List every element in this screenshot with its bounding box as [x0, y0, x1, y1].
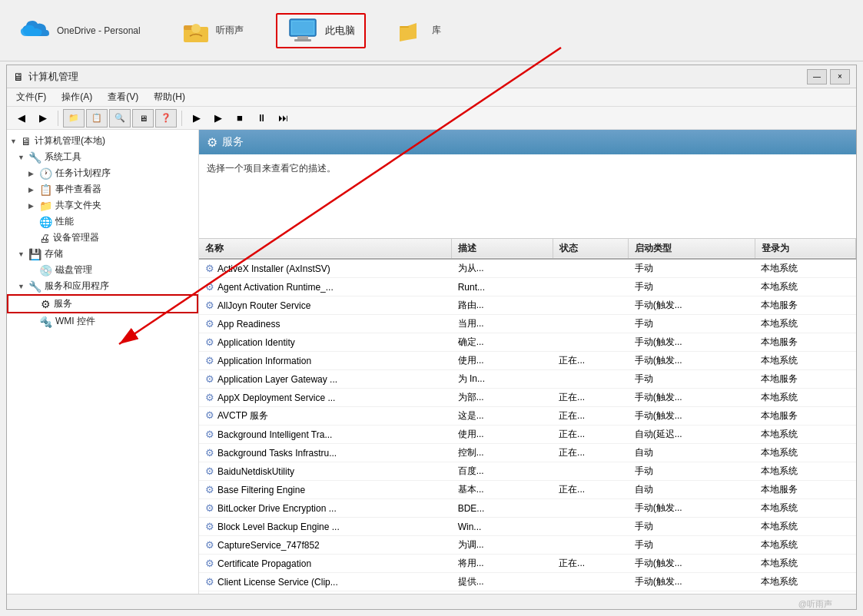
table-row[interactable]: ⚙AllJoyn Router Service 路由... 手动(触发... 本…: [199, 296, 856, 315]
table-row[interactable]: ⚙CaptureService_747f852 为调... 手动 本地系统: [199, 536, 856, 555]
toolbar-btn-4[interactable]: 🖥: [132, 109, 154, 128]
table-row[interactable]: ⚙Background Intelligent Tra... 使用... 正在.…: [199, 426, 856, 444]
play2-button[interactable]: ▶: [208, 109, 228, 128]
sidebar-system-tools[interactable]: ▼ 🔧 系统工具: [7, 149, 198, 165]
table-row[interactable]: ⚙Client License Service (Clip... 提供... 手…: [199, 573, 856, 591]
toolbar-btn-1[interactable]: 📁: [63, 109, 85, 128]
menu-file[interactable]: 文件(F): [12, 89, 51, 105]
toolbar-btn-3[interactable]: 🔍: [109, 109, 131, 128]
gear-icon: ⚙: [205, 429, 214, 440]
skip-button[interactable]: ⏭: [273, 109, 293, 128]
service-startup: 自动: [629, 444, 755, 462]
menu-bar: 文件(F) 操作(A) 查看(V) 帮助(H): [7, 88, 856, 107]
gear-icon: ⚙: [205, 576, 214, 588]
sidebar-performance[interactable]: 🌐 性能: [7, 214, 198, 230]
forward-button[interactable]: ▶: [33, 109, 53, 128]
table-row[interactable]: ⚙Certificate Propagation 将用... 正在... 手动(…: [199, 555, 856, 573]
col-status[interactable]: 状态: [553, 239, 629, 259]
menu-help[interactable]: 帮助(H): [149, 89, 190, 105]
service-startup: 手动: [629, 370, 755, 389]
table-row[interactable]: ⚙Application Information 使用... 正在... 手动(…: [199, 352, 856, 370]
table-row[interactable]: ⚙BaiduNetdiskUtility 百度... 手动 本地系统: [199, 462, 856, 481]
gear-icon: ⚙: [205, 558, 214, 569]
sidebar-disk-mgmt[interactable]: 💿 磁盘管理: [7, 262, 198, 278]
close-button[interactable]: ×: [830, 69, 850, 84]
gear-icon: ⚙: [205, 539, 214, 551]
expand-icon-st: ▼: [18, 154, 28, 161]
service-status: 正在...: [553, 352, 629, 370]
service-startup: 手动: [629, 259, 755, 278]
toolbar-btn-5[interactable]: ❓: [155, 109, 177, 128]
watermark: @听雨声: [798, 598, 832, 610]
service-status: [553, 259, 629, 278]
sidebar-task-scheduler[interactable]: ▶ 🕐 任务计划程序: [7, 165, 198, 181]
svg-rect-7: [292, 22, 314, 34]
service-startup: 手动(触发...: [629, 296, 755, 315]
play-button[interactable]: ▶: [187, 109, 207, 128]
service-status: [553, 333, 629, 352]
table-row[interactable]: ⚙Application Layer Gateway ... 为 In... 手…: [199, 370, 856, 389]
sidebar-storage[interactable]: ▼ 💾 存储: [7, 246, 198, 262]
services-header-icon: ⚙: [207, 135, 217, 150]
service-desc: 路由...: [452, 296, 553, 315]
table-row[interactable]: ⚙App Readiness 当用... 手动 本地系统: [199, 315, 856, 333]
user-icon: [182, 19, 210, 42]
service-desc: 控制...: [452, 444, 553, 462]
table-row[interactable]: ⚙Application Identity 确定... 手动(触发... 本地服…: [199, 333, 856, 352]
service-status: [553, 518, 629, 536]
col-logon[interactable]: 登录为: [755, 239, 856, 259]
col-name[interactable]: 名称: [199, 239, 452, 259]
service-name-cell: ⚙Application Layer Gateway ...: [199, 370, 452, 389]
table-row[interactable]: ⚙Agent Activation Runtime_... Runt... 手动…: [199, 278, 856, 296]
menu-view[interactable]: 查看(V): [103, 89, 143, 105]
window-title: 计算机管理: [28, 70, 807, 84]
table-row[interactable]: ⚙AVCTP 服务 这是... 正在... 手动(触发... 本地服务: [199, 407, 856, 426]
service-name-cell: ⚙App Readiness: [199, 315, 452, 333]
service-name-cell: ⚙Client License Service (Clip...: [199, 573, 452, 591]
service-desc: 确定...: [452, 333, 553, 352]
sidebar-services[interactable]: ⚙ 服务: [7, 294, 198, 313]
table-row[interactable]: ⚙Block Level Backup Engine ... Win... 手动…: [199, 518, 856, 536]
service-logon: 本地系统: [755, 555, 856, 573]
menu-action[interactable]: 操作(A): [57, 89, 97, 105]
minimize-button[interactable]: —: [807, 69, 827, 84]
table-row[interactable]: ⚙ActiveX Installer (AxInstSV) 为从... 手动 本…: [199, 259, 856, 278]
service-desc: 为调...: [452, 536, 553, 555]
taskbar-user[interactable]: 听雨声: [173, 16, 253, 45]
table-row[interactable]: ⚙BitLocker Drive Encryption ... BDE... 手…: [199, 499, 856, 518]
service-name-cell: ⚙AppX Deployment Service ...: [199, 389, 452, 407]
service-desc: 这是...: [452, 407, 553, 426]
gear-icon: ⚙: [205, 521, 214, 532]
pause-button[interactable]: ⏸: [251, 109, 271, 128]
sidebar-event-viewer[interactable]: ▶ 📋 事件查看器: [7, 181, 198, 197]
stop-button[interactable]: ■: [230, 109, 250, 128]
table-row[interactable]: ⚙AppX Deployment Service ... 为部... 正在...…: [199, 389, 856, 407]
table-row[interactable]: ⚙Background Tasks Infrastru... 控制... 正在.…: [199, 444, 856, 462]
sidebar-wmi[interactable]: 🔩 WMI 控件: [7, 313, 198, 330]
gear-icon: ⚙: [205, 336, 214, 348]
col-startup[interactable]: 启动类型: [629, 239, 755, 259]
sidebar-device-manager[interactable]: 🖨 设备管理器: [7, 230, 198, 246]
toolbar-btn-2[interactable]: 📋: [86, 109, 108, 128]
gear-icon: ⚙: [205, 409, 214, 421]
library-icon: [398, 20, 426, 41]
sidebar-services-apps[interactable]: ▼ 🔧 服务和应用程序: [7, 278, 198, 294]
taskbar-onedrive[interactable]: OneDrive - Personal: [9, 16, 150, 45]
services-table-wrapper[interactable]: 名称 描述 状态 启动类型 登录为 ⚙ActiveX Installer (Ax…: [199, 239, 856, 594]
service-desc: 将用...: [452, 555, 553, 573]
back-button[interactable]: ◀: [12, 109, 32, 128]
taskbar-library[interactable]: 库: [389, 17, 450, 45]
taskbar-thispc[interactable]: 此电脑: [276, 13, 366, 48]
table-body: ⚙ActiveX Installer (AxInstSV) 为从... 手动 本…: [199, 259, 856, 594]
gear-icon: ⚙: [205, 447, 214, 459]
service-desc: Win...: [452, 518, 553, 536]
gear-icon: ⚙: [205, 318, 214, 330]
col-desc[interactable]: 描述: [452, 239, 553, 259]
sidebar-shared-folders[interactable]: ▶ 📁 共享文件夹: [7, 197, 198, 214]
service-status: 正在...: [553, 481, 629, 499]
service-logon: 本地系统: [755, 426, 856, 444]
thispc-label: 此电脑: [325, 24, 355, 38]
table-row[interactable]: ⚙Base Filtering Engine 基本... 正在... 自动 本地…: [199, 481, 856, 499]
sidebar-root[interactable]: ▼ 🖥 计算机管理(本地): [7, 133, 198, 149]
sidebar: ▼ 🖥 计算机管理(本地) ▼ 🔧 系统工具 ▶ 🕐 任务计划程序 ▶: [7, 130, 199, 594]
